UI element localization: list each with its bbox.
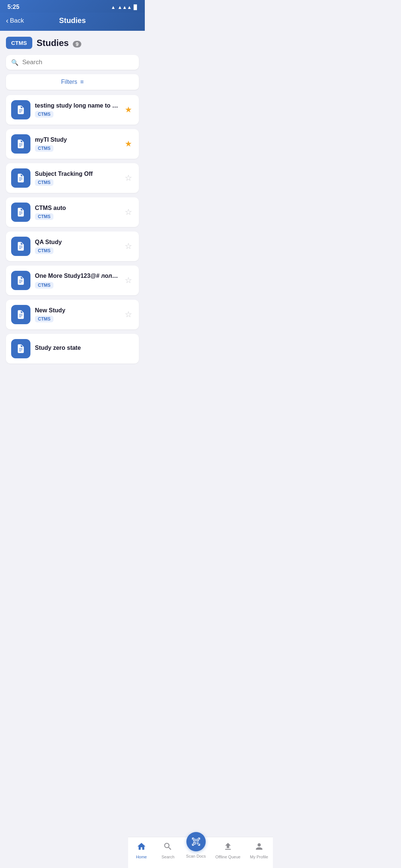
battery-icon: ▉ — [134, 4, 137, 10]
study-org-4: CTMS — [35, 213, 53, 220]
study-name-5: QA Study — [35, 239, 119, 246]
star-button-1[interactable]: ★ — [123, 103, 134, 116]
star-icon-1: ★ — [125, 105, 132, 114]
back-label: Back — [10, 17, 24, 24]
star-icon-5: ☆ — [125, 241, 132, 251]
study-info-8: Study zero state — [35, 345, 134, 353]
study-name-8: Study zero state — [35, 345, 134, 351]
back-button[interactable]: ‹ Back — [6, 16, 24, 25]
study-name-2: myTI Study — [35, 137, 119, 143]
star-button-3[interactable]: ☆ — [123, 172, 134, 184]
study-icon-8 — [11, 339, 30, 358]
org-title-row: CTMS Studies 9 — [6, 37, 139, 49]
study-icon-7 — [11, 305, 30, 324]
chevron-left-icon: ‹ — [6, 16, 9, 25]
study-org-6: CTMS — [35, 282, 53, 289]
header: ‹ Back Studies — [0, 13, 145, 31]
filters-label: Filters — [61, 79, 78, 85]
star-icon-6: ☆ — [125, 276, 132, 285]
study-list: testing study long name to che... CTMS ★… — [6, 95, 139, 367]
star-icon-4: ☆ — [125, 207, 132, 217]
study-item-1[interactable]: testing study long name to che... CTMS ★ — [6, 95, 139, 125]
search-icon: 🔍 — [11, 59, 19, 66]
study-info-2: myTI Study CTMS — [35, 137, 119, 152]
org-badge: CTMS — [6, 37, 32, 49]
study-icon-3 — [11, 168, 30, 188]
study-org-5: CTMS — [35, 247, 53, 254]
signal-icon: ▲▲▲ — [117, 4, 132, 10]
study-item-6[interactable]: One More Study123@# лол 你... CTMS ☆ — [6, 266, 139, 295]
star-icon-3: ☆ — [125, 173, 132, 183]
star-button-5[interactable]: ☆ — [123, 240, 134, 253]
study-info-3: Subject Tracking Off CTMS — [35, 171, 119, 186]
study-org-1: CTMS — [35, 111, 53, 118]
page-title: Studies — [59, 16, 86, 25]
study-org-3: CTMS — [35, 179, 53, 186]
study-name-4: CTMS auto — [35, 205, 119, 211]
study-item-3[interactable]: Subject Tracking Off CTMS ☆ — [6, 163, 139, 193]
study-info-1: testing study long name to che... CTMS — [35, 102, 119, 118]
study-item-4[interactable]: CTMS auto CTMS ☆ — [6, 197, 139, 227]
study-item-2[interactable]: myTI Study CTMS ★ — [6, 129, 139, 159]
star-icon-2: ★ — [125, 139, 132, 148]
study-name-6: One More Study123@# лол 你... — [35, 272, 119, 280]
study-info-6: One More Study123@# лол 你... CTMS — [35, 272, 119, 289]
filter-icon: ≡ — [80, 79, 84, 85]
star-button-6[interactable]: ☆ — [123, 274, 134, 287]
star-button-4[interactable]: ☆ — [123, 206, 134, 218]
studies-count-badge: 9 — [73, 41, 82, 47]
studies-heading: Studies 9 — [37, 38, 82, 48]
filters-button[interactable]: Filters ≡ — [6, 74, 139, 90]
study-org-7: CTMS — [35, 316, 53, 322]
star-button-7[interactable]: ☆ — [123, 308, 134, 321]
status-time: 5:25 — [7, 4, 19, 10]
search-container: 🔍 — [6, 55, 139, 70]
main-content: CTMS Studies 9 🔍 Filters ≡ testing study… — [0, 31, 145, 403]
study-name-1: testing study long name to che... — [35, 102, 119, 109]
studies-title-text: Studies — [37, 38, 69, 48]
study-item-8[interactable]: Study zero state — [6, 334, 139, 364]
study-icon-6 — [11, 271, 30, 290]
study-icon-1 — [11, 100, 30, 119]
study-info-7: New Study CTMS — [35, 307, 119, 322]
study-icon-2 — [11, 134, 30, 154]
star-icon-7: ☆ — [125, 310, 132, 319]
status-bar: 5:25 ▲ ▲▲▲ ▉ — [0, 0, 145, 13]
study-icon-5 — [11, 237, 30, 256]
status-icons: ▲ ▲▲▲ ▉ — [111, 4, 137, 10]
study-item-7[interactable]: New Study CTMS ☆ — [6, 300, 139, 329]
study-info-4: CTMS auto CTMS — [35, 205, 119, 220]
study-item-5[interactable]: QA Study CTMS ☆ — [6, 231, 139, 261]
study-org-2: CTMS — [35, 145, 53, 152]
study-name-7: New Study — [35, 307, 119, 314]
study-info-5: QA Study CTMS — [35, 239, 119, 254]
study-icon-4 — [11, 203, 30, 222]
wifi-icon: ▲ — [111, 4, 116, 10]
search-input[interactable] — [22, 59, 134, 66]
star-button-2[interactable]: ★ — [123, 138, 134, 150]
study-name-3: Subject Tracking Off — [35, 171, 119, 177]
